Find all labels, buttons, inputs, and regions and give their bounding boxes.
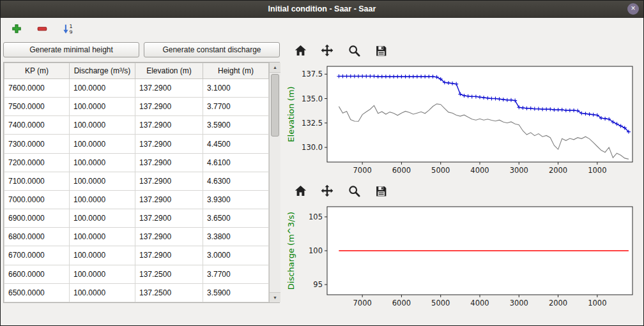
table-row[interactable]: 7400.0000100.0000137.29003.5900 [4,116,269,135]
floppy-save-icon [374,184,388,198]
svg-text:3000: 3000 [510,166,528,175]
save-figure-button[interactable] [373,183,388,198]
cell-discharge[interactable]: 100.0000 [70,228,135,246]
cell-discharge[interactable]: 100.0000 [70,283,135,302]
magnifier-icon [348,44,361,57]
cell-elevation[interactable]: 137.2900 [135,98,203,116]
discharge-plot[interactable]: 700060005000400030002000100095100105Disc… [284,200,639,314]
cell-height[interactable]: 3.3800 [203,228,269,246]
cell-height[interactable]: 3.9300 [203,190,269,209]
cell-kp[interactable]: 6600.0000 [4,265,70,283]
cell-discharge[interactable]: 100.0000 [70,153,135,172]
column-header-discharge[interactable]: Discharge (m³/s) [70,63,135,79]
table-row[interactable]: 7000.0000100.0000137.29003.9300 [4,190,269,209]
scrollbar-track[interactable] [270,73,280,292]
cell-height[interactable]: 4.4500 [203,135,269,153]
cell-kp[interactable]: 7400.0000 [4,116,70,135]
cell-discharge[interactable]: 100.0000 [70,79,135,98]
cell-kp[interactable]: 7500.0000 [4,98,70,116]
table-row[interactable]: 6500.0000100.0000137.25003.5900 [4,283,269,302]
cell-elevation[interactable]: 137.2900 [135,228,203,246]
cell-height[interactable]: 3.0000 [203,246,269,265]
window-title: Initial condition - Saar - Saar [268,4,376,13]
cell-elevation[interactable]: 137.2500 [135,265,203,283]
table-row[interactable]: 7600.0000100.0000137.29003.1000 [4,79,269,98]
column-header-kp[interactable]: KP (m) [4,63,70,79]
pan-button[interactable] [319,183,335,198]
home-button[interactable] [293,43,308,58]
cell-elevation[interactable]: 137.2900 [135,190,203,209]
cell-elevation[interactable]: 137.2500 [135,283,203,302]
cell-elevation[interactable]: 137.2900 [135,246,203,265]
cell-discharge[interactable]: 100.0000 [70,265,135,283]
plus-icon [11,23,22,34]
cell-elevation[interactable]: 137.2900 [135,135,203,153]
cell-discharge[interactable]: 100.0000 [70,209,135,228]
column-header-height[interactable]: Height (m) [203,63,269,79]
table-row[interactable]: 7100.0000100.0000137.29004.6300 [4,172,269,190]
cell-kp[interactable]: 6900.0000 [4,209,70,228]
minus-icon [36,23,48,34]
table-row[interactable]: 6900.0000100.0000137.29003.6500 [4,209,269,228]
cell-kp[interactable]: 7200.0000 [4,153,70,172]
scrollbar-thumb[interactable] [271,74,279,137]
remove-row-button[interactable] [34,20,50,37]
zoom-button[interactable] [346,43,362,58]
sort-button[interactable] [59,20,76,37]
cell-kp[interactable]: 6800.0000 [4,228,70,246]
move-arrows-icon [320,184,334,198]
svg-text:7000: 7000 [353,299,372,307]
scroll-down-arrow-icon[interactable]: ▼ [270,292,280,302]
close-button[interactable]: × [627,3,639,15]
cell-discharge[interactable]: 100.0000 [70,135,135,153]
home-icon [294,184,307,198]
save-figure-button[interactable] [373,43,388,58]
cell-elevation[interactable]: 137.2900 [135,153,203,172]
cell-kp[interactable]: 7000.0000 [4,190,70,209]
cell-height[interactable]: 3.6500 [203,209,269,228]
cell-elevation[interactable]: 137.2900 [135,172,203,190]
cell-kp[interactable]: 7100.0000 [4,172,70,190]
cell-kp[interactable]: 7600.0000 [4,79,70,98]
svg-text:5000: 5000 [431,166,450,175]
generate-constant-discharge-button[interactable]: Generate constant discharge [144,42,280,57]
table-row[interactable]: 6600.0000100.0000137.25003.7700 [4,265,269,283]
vertical-scrollbar[interactable]: ▲ ▼ [269,63,280,302]
cell-discharge[interactable]: 100.0000 [70,98,135,116]
cell-discharge[interactable]: 100.0000 [70,190,135,209]
cell-kp[interactable]: 6700.0000 [4,246,70,265]
zoom-button[interactable] [346,183,362,198]
home-button[interactable] [293,183,308,198]
cell-kp[interactable]: 6500.0000 [4,283,70,302]
table-row[interactable]: 7300.0000100.0000137.29004.4500 [4,135,269,153]
cell-height[interactable]: 4.6100 [203,153,269,172]
cell-discharge[interactable]: 100.0000 [70,172,135,190]
cell-kp[interactable]: 7300.0000 [4,135,70,153]
elevation-plot[interactable]: 7000600050004000300020001000130.0132.513… [284,60,639,181]
cell-discharge[interactable]: 100.0000 [70,246,135,265]
scroll-up-arrow-icon[interactable]: ▲ [270,63,280,73]
cell-discharge[interactable]: 100.0000 [70,116,135,135]
table-row[interactable]: 6800.0000100.0000137.29003.3800 [4,228,269,246]
svg-text:6000: 6000 [392,166,411,175]
cell-height[interactable]: 3.7700 [203,265,269,283]
cell-height[interactable]: 3.1000 [203,79,269,98]
cell-elevation[interactable]: 137.2900 [135,209,203,228]
cell-height[interactable]: 3.5900 [203,116,269,135]
table-row[interactable]: 7500.0000100.0000137.29003.7700 [4,98,269,116]
titlebar[interactable]: Initial condition - Saar - Saar × [1,1,643,18]
cell-elevation[interactable]: 137.2900 [135,116,203,135]
generate-minimal-height-button[interactable]: Generate minimal height [3,42,139,57]
cell-elevation[interactable]: 137.2900 [135,79,203,98]
main-toolbar [1,18,643,40]
svg-text:132.5: 132.5 [302,119,323,128]
pan-button[interactable] [319,43,335,58]
table-row[interactable]: 6700.0000100.0000137.29003.0000 [4,246,269,265]
cell-height[interactable]: 3.5900 [203,283,269,302]
column-header-elevation[interactable]: Elevation (m) [135,63,203,79]
plots-panel: 7000600050004000300020001000130.0132.513… [284,41,641,314]
table-row[interactable]: 7200.0000100.0000137.29004.6100 [4,153,269,172]
cell-height[interactable]: 3.7700 [203,98,269,116]
add-row-button[interactable] [8,20,25,37]
cell-height[interactable]: 4.6300 [203,172,269,190]
